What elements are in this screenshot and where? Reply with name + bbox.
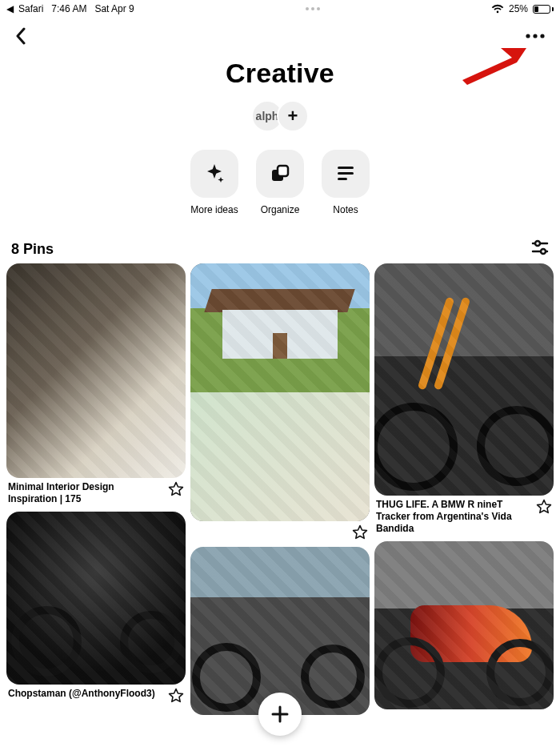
filter-button[interactable]: [531, 239, 549, 259]
pin-image[interactable]: [374, 541, 554, 709]
pin[interactable]: Minimal Interior Design Inspiration | 17…: [6, 263, 186, 507]
wifi-icon: [491, 4, 504, 14]
svg-point-2: [540, 34, 544, 38]
star-outline-icon: [536, 499, 552, 515]
board-title: Creative: [0, 58, 560, 89]
star-outline-icon: [352, 524, 368, 540]
battery-icon: [533, 5, 554, 14]
app-top-bar: [0, 18, 560, 54]
more-options-button[interactable]: [525, 33, 546, 39]
grid-col-3: THUG LIFE. A BMW R nineT Tracker from Ar…: [374, 263, 554, 715]
pin-caption: Chopstaman (@AnthonyFlood3): [8, 688, 165, 700]
star-outline-icon: [168, 481, 184, 497]
board-header: Creative alph + More ideas Organize Note…: [0, 58, 560, 215]
pins-count: 8 Pins: [11, 241, 54, 258]
pin-caption: THUG LIFE. A BMW R nineT Tracker from Ar…: [376, 499, 533, 535]
star-outline-icon: [168, 688, 184, 704]
pin[interactable]: [374, 541, 554, 709]
pin-image[interactable]: [190, 263, 370, 521]
more-ideas-label: More ideas: [190, 204, 238, 215]
status-date: Sat Apr 9: [94, 3, 134, 14]
pin-image[interactable]: [6, 263, 186, 478]
back-to-app-label[interactable]: Safari: [18, 3, 43, 14]
svg-point-10: [535, 241, 540, 246]
favorite-button[interactable]: [168, 688, 184, 704]
svg-point-0: [526, 34, 530, 38]
pin-image[interactable]: [374, 263, 554, 496]
organize-icon: [270, 163, 290, 184]
status-bar: ◀ Safari 7:46 AM Sat Apr 9 25%: [0, 0, 560, 18]
pin[interactable]: [190, 547, 370, 715]
multitask-dots[interactable]: [306, 7, 320, 10]
add-collaborator-button[interactable]: +: [277, 100, 309, 132]
pin[interactable]: Chopstaman (@AnthonyFlood3): [6, 512, 186, 705]
battery-pct: 25%: [509, 3, 528, 14]
pin-caption: Minimal Interior Design Inspiration | 17…: [8, 481, 165, 505]
svg-rect-8: [338, 178, 347, 180]
favorite-button[interactable]: [352, 524, 368, 540]
more-ideas-button[interactable]: [190, 150, 238, 198]
favorite-button[interactable]: [536, 499, 552, 515]
svg-rect-7: [338, 172, 354, 175]
svg-rect-5: [278, 166, 288, 176]
back-to-app-caret[interactable]: ◀: [6, 3, 14, 14]
svg-point-12: [541, 249, 546, 254]
svg-point-1: [533, 34, 537, 38]
organize-label: Organize: [261, 204, 300, 215]
pin[interactable]: [190, 263, 370, 542]
notes-label: Notes: [333, 204, 358, 215]
grid-col-1: Minimal Interior Design Inspiration | 17…: [6, 263, 186, 715]
create-pin-fab[interactable]: [258, 693, 302, 736]
organize-button[interactable]: [256, 150, 304, 198]
back-button[interactable]: [14, 27, 27, 45]
status-time: 7:46 AM: [51, 3, 86, 14]
svg-rect-6: [338, 167, 354, 169]
pin-image[interactable]: [6, 512, 186, 685]
plus-icon: [270, 705, 290, 724]
pin-image[interactable]: [190, 547, 370, 715]
sparkle-icon: [203, 163, 226, 185]
pins-grid: Minimal Interior Design Inspiration | 17…: [0, 259, 560, 715]
grid-col-2: [190, 263, 370, 715]
filter-icon: [531, 239, 549, 255]
notes-button[interactable]: [322, 150, 370, 198]
notes-icon: [336, 165, 355, 183]
favorite-button[interactable]: [168, 481, 184, 497]
pins-header: 8 Pins: [0, 239, 560, 259]
pin[interactable]: THUG LIFE. A BMW R nineT Tracker from Ar…: [374, 263, 554, 536]
